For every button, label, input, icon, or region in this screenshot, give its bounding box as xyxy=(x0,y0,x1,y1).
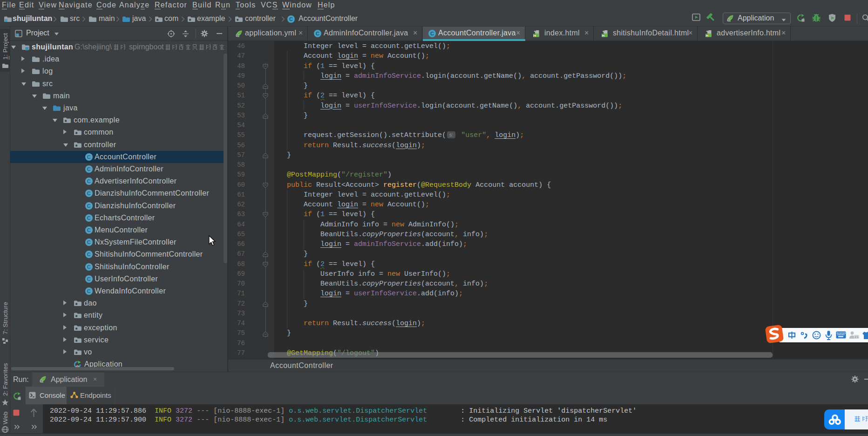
svg-text:H: H xyxy=(533,34,536,37)
svg-text:C: C xyxy=(289,16,293,22)
svg-text:C: C xyxy=(87,276,91,282)
svg-text:C: C xyxy=(87,166,91,172)
svg-text:C: C xyxy=(87,264,91,270)
svg-text:C: C xyxy=(316,31,319,36)
svg-text:C: C xyxy=(87,215,91,221)
svg-text:H: H xyxy=(705,34,708,37)
svg-text:C: C xyxy=(87,154,91,160)
svg-text:C: C xyxy=(87,203,91,209)
svg-text:C: C xyxy=(87,191,91,196)
svg-text:C: C xyxy=(87,239,91,245)
svg-text:21: 21 xyxy=(854,335,859,339)
svg-text:C: C xyxy=(87,288,91,294)
svg-text:C: C xyxy=(430,31,434,36)
svg-text:C: C xyxy=(87,252,91,257)
svg-text:H: H xyxy=(602,34,604,37)
svg-text:C: C xyxy=(87,178,91,184)
svg-text:C: C xyxy=(87,227,91,233)
